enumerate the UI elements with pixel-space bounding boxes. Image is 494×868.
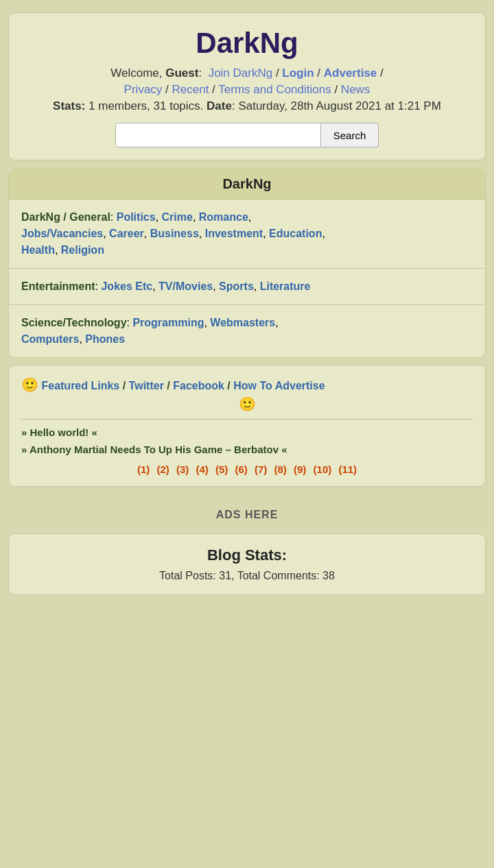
category-row-science: Science/Technology: Programming, Webmast…	[9, 305, 485, 357]
cat-investment[interactable]: Investment	[205, 228, 263, 239]
nav-line: Privacy / Recent / Terms and Conditions …	[25, 83, 469, 97]
facebook-link[interactable]: Facebook	[173, 380, 224, 391]
cat-science-main: Science/Technology	[21, 317, 127, 328]
date-label: Date	[207, 99, 232, 112]
page-2[interactable]: (2)	[156, 463, 169, 475]
welcome-line: Welcome, Guest: Join DarkNg / Login / Ad…	[25, 67, 469, 80]
cat-literature[interactable]: Literature	[260, 280, 311, 292]
blog-stats-section: Blog Stats: Total Posts: 31, Total Comme…	[8, 533, 486, 595]
page-4[interactable]: (4)	[196, 463, 208, 475]
blog-stats-title: Blog Stats:	[21, 546, 473, 564]
page-8[interactable]: (8)	[274, 463, 287, 475]
cat-crime[interactable]: Crime	[162, 211, 193, 223]
stats-label: Stats:	[53, 99, 85, 112]
cat-religion[interactable]: Religion	[61, 244, 104, 256]
posts-section: » Hello world! « » Anthony Martial Needs…	[21, 419, 473, 455]
page-3[interactable]: (3)	[176, 463, 189, 475]
page-9[interactable]: (9)	[294, 463, 306, 475]
cat-computers[interactable]: Computers	[21, 333, 79, 345]
cat-entertainment-main: Entertainment	[21, 280, 95, 292]
blog-stats-text: Total Posts: 31, Total Comments: 38	[21, 570, 473, 582]
cat-sports[interactable]: Sports	[219, 280, 254, 292]
page-5[interactable]: (5)	[215, 463, 228, 475]
cat-politics[interactable]: Politics	[117, 211, 156, 223]
cat-webmasters[interactable]: Webmasters	[210, 317, 275, 328]
header-section: DarkNg Welcome, Guest: Join DarkNg / Log…	[8, 12, 486, 160]
cat-health[interactable]: Health	[21, 244, 55, 256]
cat-business[interactable]: Business	[150, 228, 199, 239]
cat-jobs[interactable]: Jobs/Vacancies	[21, 228, 103, 239]
page-10[interactable]: (10)	[314, 463, 332, 475]
recent-link[interactable]: Recent	[172, 83, 209, 96]
join-link[interactable]: Join DarkNg	[209, 67, 273, 80]
privacy-link[interactable]: Privacy	[124, 83, 163, 96]
pagination-row: (1) (2) (3) (4) (5) (6) (7) (8) (9) (10)…	[21, 463, 473, 475]
featured-links-line: 🙂 Featured Links / Twitter / Facebook / …	[21, 376, 473, 412]
how-to-advertise-link[interactable]: How To Advertise	[233, 380, 325, 391]
cat-romance[interactable]: Romance	[199, 211, 248, 223]
page-1[interactable]: (1)	[137, 463, 150, 475]
guest-label: Guest	[165, 67, 198, 80]
page-11[interactable]: (11)	[338, 463, 357, 475]
cat-tvmovies[interactable]: TV/Movies	[158, 280, 213, 292]
ads-section: ADS HERE	[0, 494, 494, 528]
welcome-prefix: Welcome,	[110, 67, 165, 80]
search-button[interactable]: Search	[321, 123, 379, 147]
featured-links-label[interactable]: Featured Links	[41, 380, 119, 391]
cat-programming[interactable]: Programming	[132, 317, 204, 328]
cat-jokes[interactable]: Jokes Etc	[101, 280, 152, 292]
category-row-general: DarkNg / General: Politics, Crime, Roman…	[9, 200, 485, 269]
advertise-link[interactable]: Advertise	[324, 67, 377, 80]
post-link-2[interactable]: » Anthony Martial Needs To Up His Game –…	[21, 444, 473, 455]
cat-education[interactable]: Education	[269, 228, 322, 239]
page-6[interactable]: (6)	[235, 463, 247, 475]
post-link-1[interactable]: » Hello world! «	[21, 426, 473, 438]
main-section: DarkNg DarkNg / General: Politics, Crime…	[8, 169, 486, 358]
site-title: DarkNg	[25, 27, 469, 60]
news-link[interactable]: News	[341, 83, 370, 96]
featured-section: 🙂 Featured Links / Twitter / Facebook / …	[8, 365, 486, 487]
category-row-entertainment: Entertainment: Jokes Etc, TV/Movies, Spo…	[9, 269, 485, 305]
search-input[interactable]	[115, 123, 321, 147]
twitter-link[interactable]: Twitter	[129, 380, 164, 391]
search-row: Search	[25, 123, 469, 147]
ads-label: ADS HERE	[216, 509, 279, 520]
stats-line: Stats: 1 members, 31 topics. Date: Satur…	[25, 99, 469, 113]
cat-career[interactable]: Career	[109, 228, 144, 239]
terms-link[interactable]: Terms and Conditions	[218, 83, 331, 96]
cat-phones[interactable]: Phones	[85, 333, 125, 345]
stats-text: 1 members, 31 topics.	[89, 99, 203, 112]
section-title: DarkNg	[9, 169, 485, 200]
page-7[interactable]: (7)	[255, 463, 267, 475]
login-link[interactable]: Login	[282, 67, 314, 80]
smiley-icon-left: 🙂	[21, 377, 38, 392]
date-text: Saturday, 28th August 2021 at 1:21 PM	[238, 99, 441, 112]
cat-general-main: DarkNg / General	[21, 211, 110, 223]
smiley-icon-right: 🙂	[239, 396, 256, 411]
